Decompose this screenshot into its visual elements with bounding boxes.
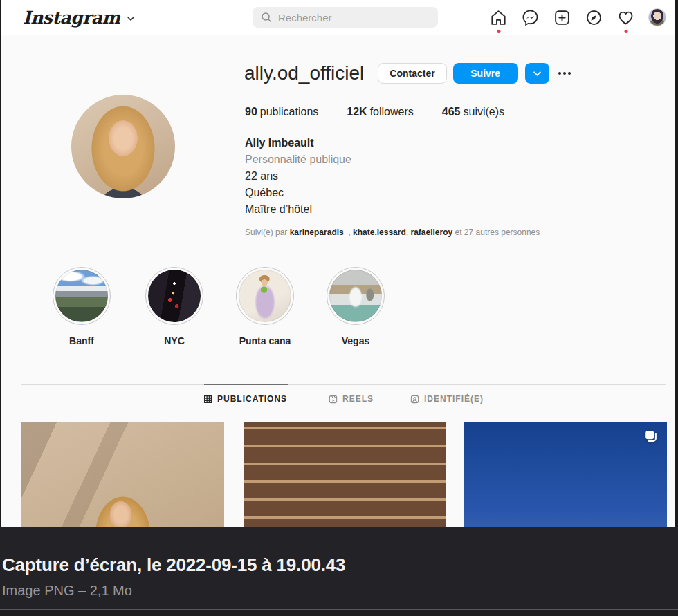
username-row: ally.od_officiel Contacter Suivre	[244, 62, 571, 84]
highlight-thumbnail	[329, 270, 382, 322]
highlight-label: Banff	[44, 335, 120, 346]
tab-reels[interactable]: REELS	[329, 394, 374, 404]
follow-button[interactable]: Suivre	[453, 63, 518, 84]
grid-icon	[203, 395, 212, 404]
highlight-label: NYC	[136, 335, 212, 346]
bio-line: Québec	[245, 185, 351, 201]
top-nav: Instagram	[1, 0, 675, 35]
tagged-badge-icon	[410, 395, 419, 404]
stat-following[interactable]: 465suivi(e)s	[442, 106, 504, 118]
post-thumbnail-1[interactable]	[21, 422, 224, 527]
search-bar[interactable]	[253, 7, 438, 28]
carousel-icon	[643, 429, 659, 444]
highlight-ring	[236, 267, 294, 325]
highlight-thumbnail	[239, 270, 291, 322]
file-meta: Image PNG – 2,1 Mo	[2, 583, 132, 599]
follow-options-button[interactable]	[525, 63, 549, 84]
bio-line: Maître d’hôtel	[245, 201, 351, 218]
page-title-username: ally.od_officiel	[244, 62, 364, 84]
stat-followers[interactable]: 12Kfollowers	[347, 106, 414, 118]
instagram-wordmark[interactable]: Instagram	[23, 8, 120, 28]
highlight-label: Vegas	[318, 335, 394, 346]
messenger-icon[interactable]	[521, 8, 540, 27]
highlight-banff[interactable]: Banff	[44, 267, 120, 346]
home-icon[interactable]	[489, 8, 508, 27]
instagram-logo[interactable]: Instagram	[23, 0, 135, 35]
profile-category: Personnalité publique	[245, 151, 351, 168]
highlight-ring	[145, 267, 203, 325]
post-thumbnail-3[interactable]	[464, 422, 667, 527]
highlight-punta-cana[interactable]: Punta cana	[227, 267, 303, 346]
followed-by-user[interactable]: karineparadis_	[290, 227, 349, 237]
activity-notification-dot	[624, 30, 627, 33]
preview-window: Instagram	[0, 0, 678, 616]
highlight-thumbnail	[148, 270, 201, 322]
activity-heart-icon[interactable]	[616, 8, 635, 27]
file-title: Capture d’écran, le 2022-09-15 à 19.00.4…	[2, 554, 345, 576]
bio-line: 22 ans	[245, 168, 351, 185]
chevron-down-icon[interactable]	[127, 15, 135, 23]
new-post-icon[interactable]	[553, 8, 571, 27]
tabs-divider	[21, 384, 666, 385]
profile-picture[interactable]	[71, 95, 175, 198]
stats-row: 90publications 12Kfollowers 465suivi(e)s	[245, 106, 504, 118]
full-name: Ally Imbeault	[245, 135, 351, 151]
highlight-ring	[327, 267, 385, 325]
nav-profile-avatar[interactable]	[648, 8, 666, 26]
followed-by-suffix: et 27 autres personnes	[452, 227, 540, 237]
instagram-page: Instagram	[1, 0, 675, 527]
highlight-thumbnail	[55, 270, 108, 322]
more-options-icon[interactable]	[558, 72, 571, 75]
search-input[interactable]	[278, 12, 430, 24]
contact-button[interactable]: Contacter	[378, 63, 446, 84]
post-thumbnail-2[interactable]	[244, 422, 446, 527]
active-tab-indicator	[204, 384, 288, 385]
explore-icon[interactable]	[585, 8, 603, 27]
reels-icon	[329, 395, 338, 404]
panel-footer-strip	[0, 610, 678, 616]
highlight-vegas[interactable]: Vegas	[318, 267, 394, 346]
home-notification-dot	[497, 30, 500, 33]
nav-icon-group	[489, 0, 666, 35]
followed-by-line: Suivi(e) par karineparadis_, khate.lessa…	[245, 227, 540, 237]
highlight-label: Punta cana	[227, 335, 303, 346]
bio-section: Ally Imbeault Personnalité publique 22 a…	[245, 135, 351, 218]
file-info-panel: Capture d’écran, le 2022-09-15 à 19.00.4…	[0, 527, 678, 616]
highlight-nyc[interactable]: NYC	[136, 267, 212, 346]
followed-by-prefix: Suivi(e) par	[245, 227, 290, 237]
tab-tagged[interactable]: IDENTIFIÉ(E)	[410, 394, 484, 404]
search-icon	[261, 12, 272, 23]
stat-publications: 90publications	[245, 106, 318, 118]
followed-by-user[interactable]: khate.lessard	[353, 227, 406, 237]
followed-by-user[interactable]: rafaelleroy	[410, 227, 452, 237]
tab-publications[interactable]: PUBLICATIONS	[203, 394, 287, 404]
chevron-down-icon	[533, 69, 542, 78]
highlight-ring	[53, 267, 111, 325]
